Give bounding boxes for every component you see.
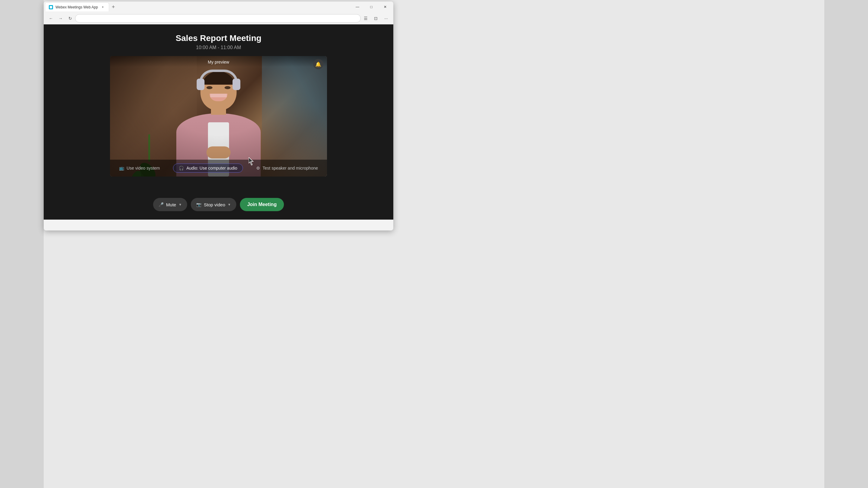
address-bar[interactable]	[75, 14, 361, 23]
camera-icon: 📷	[196, 202, 201, 207]
meeting-title: Sales Report Meeting	[44, 33, 393, 43]
test-speaker-label: Test speaker and microphone	[262, 166, 318, 170]
stop-video-button[interactable]: 📷 Stop video ▼	[191, 198, 236, 211]
meeting-header: Sales Report Meeting 10:00 AM - 11:00 AM	[44, 33, 393, 50]
audio-options-bar: 📺 Use video system 🎧 Audio: Use computer…	[110, 160, 327, 176]
mic-icon: 🎤	[158, 202, 164, 207]
browser-tab-active[interactable]: Webex Meetings Web App ×	[45, 2, 109, 11]
mute-button[interactable]: 🎤 Mute ▼	[153, 198, 187, 211]
mute-chevron-icon[interactable]: ▼	[179, 203, 182, 206]
app-content: Sales Report Meeting 10:00 AM - 11:00 AM	[44, 24, 393, 220]
new-window-button[interactable]: ⊡	[371, 13, 381, 23]
tab-bar: Webex Meetings Web App × + — □ ✕	[44, 1, 393, 12]
join-meeting-label: Join Meeting	[247, 202, 277, 207]
mute-label: Mute	[166, 202, 176, 207]
reload-button[interactable]: ↻	[65, 13, 75, 23]
video-top-bar: My preview	[110, 56, 327, 67]
meeting-controls: 🎤 Mute ▼ 📷 Stop video ▼ Join Meeting	[44, 198, 393, 211]
vignette	[110, 56, 327, 176]
tab-title: Webex Meetings Web App	[56, 5, 98, 9]
tab-favicon	[49, 5, 53, 9]
browser-window: Webex Meetings Web App × + — □ ✕ ← → ↻ ☰…	[44, 1, 393, 230]
side-bg-left	[0, 0, 44, 246]
test-speaker-option[interactable]: ⚙ Test speaker and microphone	[256, 166, 318, 170]
use-video-system-option[interactable]: 📺 Use video system	[119, 166, 160, 170]
use-video-system-label: Use video system	[127, 166, 160, 170]
meeting-time: 10:00 AM - 11:00 AM	[44, 45, 393, 50]
close-button[interactable]: ✕	[378, 1, 392, 12]
tab-favicon-inner	[50, 6, 52, 8]
minimize-button[interactable]: —	[350, 1, 364, 12]
new-tab-button[interactable]: +	[109, 3, 118, 11]
join-meeting-button[interactable]: Join Meeting	[240, 198, 284, 211]
forward-button[interactable]: →	[56, 13, 65, 23]
gear-icon: ⚙	[256, 166, 260, 170]
preview-label: My preview	[208, 60, 229, 64]
use-computer-audio-option[interactable]: 🎧 Audio: Use computer audio	[173, 164, 243, 173]
more-button[interactable]: ···	[381, 13, 391, 23]
audio-icon: 🎧	[179, 166, 184, 170]
use-computer-audio-label: Audio: Use computer audio	[186, 166, 237, 170]
hamburger-menu-button[interactable]: ☰	[361, 13, 370, 23]
tab-close-button[interactable]: ×	[100, 5, 105, 10]
video-preview: My preview 🔔 📺 Use video system 🎧 Audio:…	[110, 56, 327, 176]
nav-bar: ← → ↻ ☰ ⊡ ···	[44, 12, 393, 24]
back-button[interactable]: ←	[46, 13, 56, 23]
video-background	[110, 56, 327, 176]
maximize-button[interactable]: □	[364, 1, 378, 12]
video-chevron-icon[interactable]: ▼	[227, 203, 231, 206]
mute-indicator[interactable]: 🔔	[313, 59, 323, 69]
stop-video-label: Stop video	[204, 202, 225, 207]
video-system-icon: 📺	[119, 166, 124, 170]
